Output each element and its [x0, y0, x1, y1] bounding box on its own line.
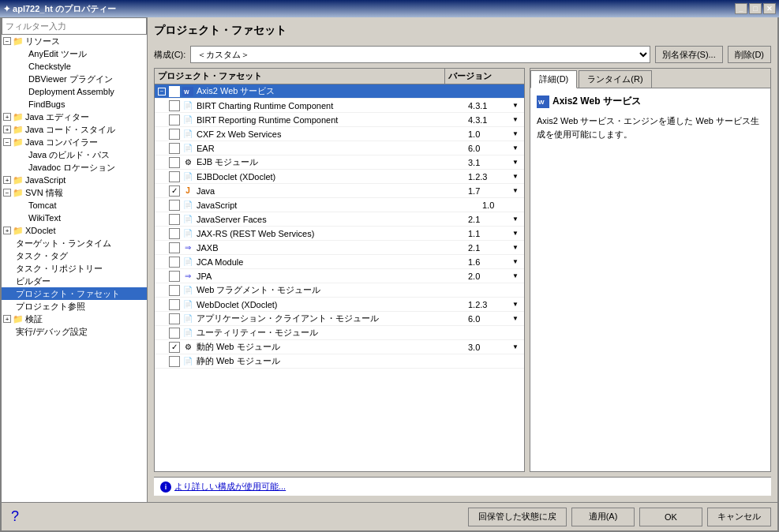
row-checkbox[interactable] [169, 114, 180, 126]
row-checkbox[interactable] [169, 228, 180, 239]
expand-icon[interactable]: + [3, 176, 11, 184]
minimize-button[interactable]: _ [735, 3, 747, 14]
table-row[interactable]: 📄 CXF 2x Web Services 1.0 ▼ [155, 127, 524, 141]
table-row[interactable]: 📄 BIRT Charting Runtime Component 4.3.1 … [155, 99, 524, 113]
sidebar-item-java-editor[interactable]: + 📁 Java エディター [2, 111, 147, 123]
version-dropdown[interactable]: ▼ [510, 157, 521, 168]
expand-icon[interactable]: + [3, 227, 11, 234]
version-dropdown[interactable]: ▼ [510, 242, 521, 253]
sidebar-item-task-repo[interactable]: タスク・リポジトリー [2, 262, 147, 275]
revert-button[interactable]: 回保管した状態に戻 [468, 508, 567, 526]
filter-input[interactable] [2, 17, 147, 35]
maximize-button[interactable]: □ [749, 3, 762, 14]
sidebar-item-deployment[interactable]: Deployment Assembly [2, 85, 147, 98]
version-dropdown[interactable]: ▼ [510, 271, 521, 282]
sidebar-item-wikitext[interactable]: WikiText [2, 212, 147, 224]
expand-icon[interactable]: − [158, 88, 166, 96]
sidebar-item-project-ref[interactable]: プロジェクト参照 [2, 300, 147, 313]
table-row[interactable]: 📄 JavaServer Faces 2.1 ▼ [155, 212, 524, 227]
table-row[interactable]: 📄 EAR 6.0 ▼ [155, 141, 524, 155]
row-checkbox[interactable]: ✓ [169, 342, 180, 353]
version-dropdown[interactable]: ▼ [510, 214, 521, 225]
version-dropdown[interactable]: ▼ [510, 171, 521, 182]
row-checkbox[interactable] [169, 86, 180, 97]
table-row[interactable]: 📄 JavaScript 1.0 [155, 198, 524, 212]
sidebar-item-anyedit[interactable]: AnyEdit ツール [2, 47, 147, 60]
save-as-button[interactable]: 別名保存(S)... [655, 46, 723, 63]
version-dropdown[interactable]: ▼ [510, 342, 521, 353]
sidebar-item-svn[interactable]: − 📁 SVN 情報 [2, 186, 147, 199]
sidebar-item-resources[interactable]: − 📁 リソース [2, 35, 147, 47]
apply-button[interactable]: 適用(A) [571, 508, 635, 526]
ok-button[interactable]: OK [639, 508, 702, 526]
sidebar-item-java-compiler[interactable]: − 📁 Java コンパイラー [2, 136, 147, 148]
version-dropdown[interactable]: ▼ [510, 185, 521, 197]
version-dropdown[interactable]: ▼ [510, 114, 521, 126]
row-checkbox[interactable] [169, 299, 180, 310]
version-dropdown[interactable]: ▼ [510, 129, 521, 140]
sidebar-item-xdoclet[interactable]: + 📁 XDoclet [2, 224, 147, 237]
close-button[interactable]: ✕ [763, 3, 776, 14]
version-dropdown[interactable]: ▼ [510, 313, 521, 324]
expand-icon[interactable]: + [3, 126, 11, 133]
table-row[interactable]: ✓ J Java 1.7 ▼ [155, 184, 524, 198]
row-checkbox[interactable] [169, 257, 180, 268]
version-dropdown[interactable]: ▼ [510, 299, 521, 310]
table-row[interactable]: ⇒ JPA 2.0 ▼ [155, 269, 524, 283]
row-checkbox[interactable] [169, 214, 180, 225]
table-row[interactable]: 📄 JCA Module 1.6 ▼ [155, 255, 524, 269]
sidebar-item-javadoc[interactable]: Javadoc ロケーション [2, 161, 147, 174]
row-checkbox[interactable] [169, 271, 180, 282]
row-checkbox[interactable] [169, 100, 180, 111]
expand-icon[interactable]: − [3, 37, 11, 45]
row-checkbox[interactable] [169, 200, 180, 211]
expand-icon[interactable]: + [3, 113, 11, 121]
table-row[interactable]: 📄 JAX-RS (REST Web Services) 1.1 ▼ [155, 227, 524, 241]
table-row[interactable]: ⇒ JAXB 2.1 ▼ [155, 241, 524, 255]
tab-details[interactable]: 詳細(D) [530, 70, 577, 88]
row-checkbox[interactable] [169, 313, 180, 324]
version-dropdown[interactable]: ▼ [510, 100, 521, 111]
table-row[interactable]: 📄 WebDoclet (XDoclet) 1.2.3 ▼ [155, 298, 524, 312]
sidebar-item-dbviewer[interactable]: DBViewer プラグイン [2, 73, 147, 85]
row-checkbox[interactable] [169, 328, 180, 339]
table-row[interactable]: ⚙ EJB モジュール 3.1 ▼ [155, 155, 524, 170]
help-icon[interactable]: ? [11, 508, 19, 525]
row-checkbox[interactable] [169, 171, 180, 182]
row-checkbox[interactable] [169, 157, 180, 168]
delete-button[interactable]: 削除(D) [728, 46, 771, 63]
sidebar-item-findbugs[interactable]: FindBugs [2, 98, 147, 111]
row-checkbox[interactable] [169, 242, 180, 253]
row-checkbox[interactable] [169, 143, 180, 154]
table-row[interactable]: 📄 ユーティリティー・モジュール [155, 326, 524, 340]
table-row[interactable]: ✓ ⚙ 動的 Web モジュール 3.0 ▼ [155, 340, 524, 354]
sidebar-item-run-debug[interactable]: 実行/デバッグ設定 [2, 325, 147, 338]
sidebar-item-java-code-style[interactable]: + 📁 Java コード・スタイル [2, 123, 147, 136]
table-row[interactable]: 📄 アプリケーション・クライアント・モジュール 6.0 ▼ [155, 312, 524, 326]
sidebar-item-target-runtime[interactable]: ターゲット・ランタイム [2, 237, 147, 249]
sidebar-item-tomcat[interactable]: Tomcat [2, 199, 147, 212]
version-dropdown[interactable]: ▼ [510, 228, 521, 239]
sidebar-item-task-tag[interactable]: タスク・タグ [2, 249, 147, 262]
tab-runtime[interactable]: ランタイム(R) [579, 70, 651, 88]
info-link[interactable]: より詳しい構成が使用可能... [174, 481, 286, 493]
row-expand[interactable]: − [155, 88, 169, 96]
cancel-button[interactable]: キャンセル [707, 508, 771, 526]
row-checkbox[interactable] [169, 356, 180, 367]
sidebar-item-java-build-path[interactable]: Java のビルド・パス [2, 148, 147, 161]
version-dropdown[interactable]: ▼ [510, 143, 521, 154]
version-dropdown[interactable]: ▼ [510, 257, 521, 268]
expand-icon[interactable]: − [3, 189, 11, 197]
sidebar-item-validation[interactable]: + 📁 検証 [2, 313, 147, 325]
row-checkbox[interactable]: ✓ [169, 185, 180, 197]
sidebar-item-javascript[interactable]: + 📁 JavaScript [2, 174, 147, 186]
row-checkbox[interactable] [169, 285, 180, 296]
table-row[interactable]: 📄 BIRT Reporting Runtime Component 4.3.1… [155, 113, 524, 127]
config-select[interactable]: ＜カスタム＞ [190, 46, 650, 63]
table-row[interactable]: 📄 静的 Web モジュール [155, 354, 524, 369]
sidebar-item-checkstyle[interactable]: Checkstyle [2, 60, 147, 73]
expand-icon[interactable]: − [3, 138, 11, 146]
sidebar-item-builder[interactable]: ビルダー [2, 275, 147, 287]
row-checkbox[interactable] [169, 129, 180, 140]
table-row[interactable]: 📄 Web フラグメント・モジュール [155, 283, 524, 298]
